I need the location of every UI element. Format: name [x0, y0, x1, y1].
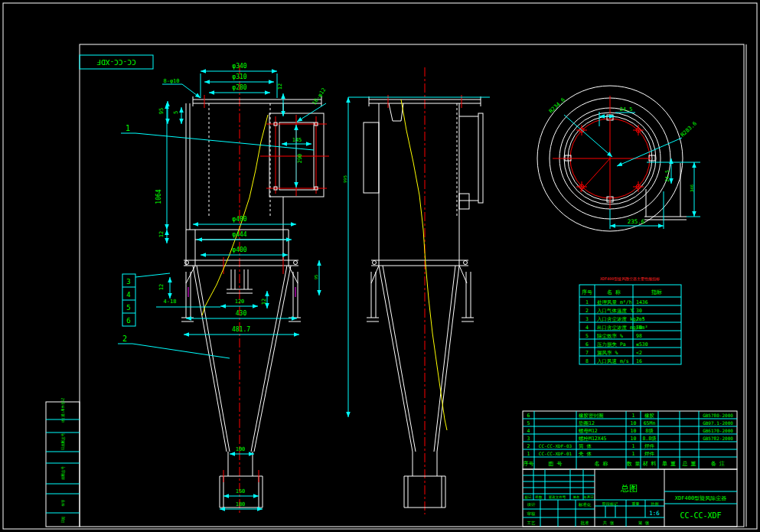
tb-label-standard: 标准化 [578, 502, 592, 508]
title-block: 标记 处数 更改文件号 签名 年月日 设计 标准化 审核 工艺 批准 总图 阶段… [523, 469, 737, 527]
dim-120: 120 [235, 299, 245, 305]
dim-phi400: φ400 [232, 246, 246, 253]
bom-cell: 8级 [645, 428, 654, 434]
bom-cell: GB97.1-2000 [703, 420, 733, 426]
bom-cell: 10 [631, 436, 637, 442]
spec-table-title: XDF400型旋风除尘器主要性能指标 [600, 276, 660, 282]
bom-cell: 1 [632, 413, 635, 419]
bom-cell: 螺栓M12X45 [579, 436, 607, 442]
bom-table: 序号 图 号 名 称 数 量 材 料 单 重 总 重 备 注 6 橡胶密封圈 1… [523, 411, 737, 469]
bom-cell: 橡胶 [644, 413, 655, 419]
bom-cell: 垫圈12 [579, 420, 595, 426]
spec-cell: 98 [636, 333, 642, 339]
spec-cell: 入口气体温度 ℃ [597, 308, 634, 314]
margin-label: 借(通)用件登记 [60, 397, 65, 423]
bom-cell: 10 [631, 428, 637, 434]
dim-235-6: 235.6 [628, 218, 645, 225]
dim-phi340: φ340 [232, 63, 246, 70]
spec-cell: ≤530 [636, 341, 648, 348]
margin-label: 日期 [61, 516, 65, 524]
tb-doc-type: 总图 [620, 484, 638, 494]
tb-label-weight: 重量 [632, 501, 640, 506]
tb-label-sign: 签名 [573, 495, 580, 499]
bom-cell: GB5782-2000 [703, 436, 733, 441]
spec-cell: 2.5 [636, 316, 645, 322]
dim-24-5-right: 24.5 [664, 170, 670, 182]
bom-header: 单 重 [662, 461, 676, 467]
tb-label-mark: 标记 [524, 494, 533, 500]
dim-95-right: 95 [314, 275, 318, 280]
note-4-18: 4-18 [164, 299, 177, 305]
bom-cell: 8.8级 [642, 436, 657, 442]
balloon-6: 6 [126, 317, 130, 325]
spec-cell: 漏风率 % [597, 350, 618, 356]
spec-cell: 入口风速 m/s [597, 358, 629, 364]
balloon-1: 1 [126, 124, 130, 132]
tb-sheet-no: 第 张 [638, 521, 650, 526]
bom-cell: 焊件 [644, 451, 655, 457]
dim-100: 100 [236, 446, 246, 452]
dim-total-height: 995 [343, 175, 347, 183]
tb-label-scale: 比例 [651, 501, 659, 507]
bom-cell: 2 [527, 443, 530, 449]
bom-header: 材 料 [642, 461, 656, 467]
bom-header: 名 称 [594, 461, 608, 467]
spec-header-seq: 序号 [582, 289, 592, 295]
bom-header: 数 量 [626, 461, 640, 467]
dim-phi444: φ444 [232, 231, 246, 238]
spec-cell: 除尘效率 % [597, 333, 623, 339]
margin-label: 底图总号 [61, 466, 65, 481]
spec-header-name: 名 称 [607, 289, 621, 295]
bom-cell: 10 [631, 420, 637, 426]
dim-12-top: 12 [277, 83, 283, 90]
dim-290: 290 [297, 154, 303, 164]
tb-sheets-total: 共 张 [602, 521, 615, 526]
spec-header-value: 指标 [651, 289, 662, 295]
bom-header: 总 重 [681, 461, 696, 467]
dim-430: 430 [236, 310, 247, 317]
balloon-2: 2 [122, 335, 127, 343]
side-view-geometry [364, 67, 483, 514]
bom-header: 备 注 [711, 460, 725, 467]
bom-cell: 螺母M12 [579, 428, 598, 434]
tb-label-design: 设计 [527, 502, 537, 507]
spec-cell: 3 [585, 316, 589, 322]
dim-180: 180 [236, 501, 246, 508]
tb-label-audit: 审核 [527, 511, 537, 516]
bom-cell: GB5780-2000 [703, 413, 733, 418]
dim-346: 346 [690, 184, 694, 192]
tb-scale-value: 1:6 [649, 510, 660, 517]
bom-cell: 橡胶密封圈 [579, 413, 604, 419]
spec-cell: 处理风量 m³/h [597, 299, 632, 305]
spec-cell: 1 [585, 299, 589, 305]
tb-label-process: 工艺 [527, 521, 537, 525]
code-box: CC-CC-XDF [80, 55, 153, 69]
bom-cell: 1 [632, 443, 635, 449]
bom-cell: 4 [527, 428, 530, 434]
margin-strip: 借(通)用件登记 旧底图总号 底图总号 签字 日期 [46, 397, 80, 527]
front-view-dimensions: φ340 φ310 φ280 12 8-φ10 95 5 10-φ12 145 … [118, 63, 328, 509]
spec-cell: 2 [585, 308, 589, 314]
bom-cell: 5 [527, 420, 530, 426]
balloon-4: 4 [126, 291, 130, 299]
dim-phi480: φ480 [232, 216, 246, 223]
tb-label-stage: 阶段标记 [602, 501, 618, 507]
dim-481-7: 481.7 [232, 326, 250, 333]
bom-cell: 1 [527, 451, 530, 457]
spec-cell: 5 [585, 333, 589, 339]
spec-cell: 30 [636, 308, 642, 314]
dim-1064: 1064 [155, 189, 162, 204]
side-view-dimensions: 995 [343, 97, 490, 417]
front-view-geometry [181, 65, 329, 514]
tb-label-date: 年月日 [583, 495, 594, 499]
dim-12-base: 12 [261, 299, 267, 305]
spec-cell: <2 [636, 350, 642, 356]
dim-145: 145 [292, 137, 302, 143]
bom-cell: 筒 体 [579, 443, 592, 449]
tb-label-count: 处数 [536, 494, 543, 499]
balloon-3: 3 [126, 278, 130, 286]
bom-cell: 3 [527, 436, 530, 442]
dim-12-left-b: 12 [158, 284, 165, 290]
dim-phi280: φ280 [232, 84, 246, 91]
spec-cell: 7 [585, 350, 589, 356]
